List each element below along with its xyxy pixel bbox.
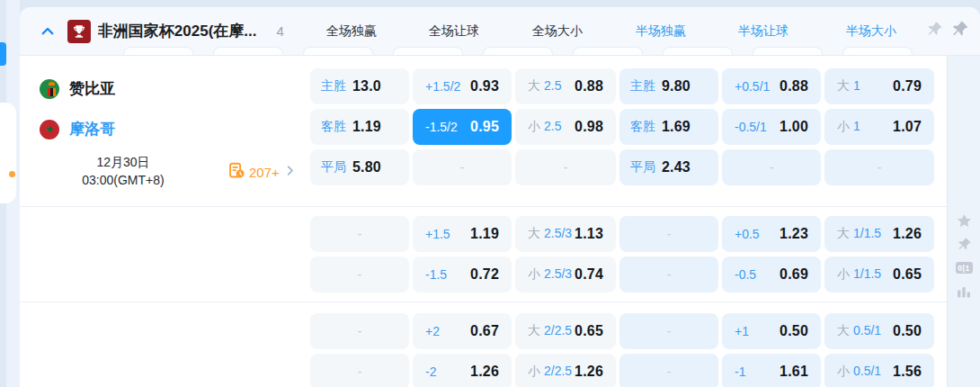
adjacent-card-edge xyxy=(0,103,16,203)
tool-rail: 0|1 xyxy=(947,56,980,387)
odds-cell-empty: - xyxy=(619,216,718,252)
info-spacer xyxy=(20,313,310,387)
odds-cell[interactable]: +0.5/10.88 xyxy=(722,68,821,104)
zambia-flag-icon xyxy=(40,79,59,99)
chevron-right-icon[interactable] xyxy=(283,164,297,181)
odds-cell[interactable]: +1.51.19 xyxy=(413,216,512,252)
odds-cell[interactable]: 主胜9.80 xyxy=(619,68,718,104)
odds-cell-empty: - xyxy=(310,256,409,292)
odds-rows-alt-1: -+1.51.19大2.5/31.13-+0.51.23大1/1.51.26--… xyxy=(310,216,934,292)
odds-cell-empty: - xyxy=(310,313,409,349)
match-meta-row: 12月30日 03:00(GMT+8) 207+ xyxy=(20,149,310,194)
more-markets-link[interactable]: 207+ xyxy=(228,162,297,183)
odds-cell[interactable]: 小2/2.51.26 xyxy=(515,354,616,387)
odds-cell[interactable]: -0.5/11.00 xyxy=(722,109,821,145)
score-toggle-icon[interactable]: 0|1 xyxy=(955,260,973,275)
info-spacer xyxy=(20,216,310,292)
odds-cell[interactable]: 大1/1.51.26 xyxy=(824,216,934,252)
tab-half-time-1x2[interactable]: 半场独赢 xyxy=(611,23,710,40)
odds-cell-empty: - xyxy=(310,354,409,387)
market-tabs: 全场独赢 全场让球 全场大小 半场独赢 半场让球 半场大小 xyxy=(302,23,926,40)
odds-cell[interactable]: 小2.5/30.74 xyxy=(515,256,616,292)
tab-half-time-handicap[interactable]: 半场让球 xyxy=(714,23,813,40)
stats-bar-chart-icon[interactable] xyxy=(955,284,973,299)
match-datetime: 12月30日 03:00(GMT+8) xyxy=(47,154,200,189)
home-team-name[interactable]: 赞比亚 xyxy=(69,78,115,99)
away-team-row[interactable]: ★ 摩洛哥 xyxy=(20,109,310,149)
odds-cell[interactable]: 大2.5/31.13 xyxy=(515,216,616,252)
away-team-name[interactable]: 摩洛哥 xyxy=(69,119,115,140)
odds-cell[interactable]: 客胜1.19 xyxy=(310,109,409,145)
morocco-flag-icon: ★ xyxy=(40,120,59,140)
odds-cell[interactable]: 小11.07 xyxy=(824,109,934,145)
card-body: 赞比亚 ★ 摩洛哥 12月30日 03:00(GMT+8) xyxy=(20,56,980,387)
odds-cell-empty: - xyxy=(824,149,934,185)
league-match-count: 4 xyxy=(269,23,291,39)
odds-cell[interactable]: 小0.5/11.56 xyxy=(824,354,934,387)
odds-row: 主胜13.0+1.5/20.93大2.50.88主胜9.80+0.5/10.88… xyxy=(310,68,934,104)
odds-group-alt-lines-1: -+1.51.19大2.5/31.13-+0.51.23大1/1.51.26--… xyxy=(20,207,947,302)
odds-row: --21.26小2/2.51.26--11.61小0.5/11.56 xyxy=(310,354,934,387)
odds-cell[interactable]: +1.5/20.93 xyxy=(413,68,512,104)
odds-cell-selected[interactable]: -1.5/20.95 xyxy=(413,109,512,145)
odds-cell-empty: - xyxy=(310,216,409,252)
odds-cell[interactable]: 大0.5/10.50 xyxy=(824,313,934,349)
collapse-chevron-up-icon[interactable] xyxy=(38,21,58,42)
match-date: 12月30日 xyxy=(47,154,200,172)
match-info[interactable]: 赞比亚 ★ 摩洛哥 12月30日 03:00(GMT+8) xyxy=(20,68,310,194)
odds-cell[interactable]: -21.26 xyxy=(413,354,512,387)
odds-table: 赞比亚 ★ 摩洛哥 12月30日 03:00(GMT+8) xyxy=(20,56,947,387)
score-badge: 0|1 xyxy=(956,262,973,274)
league-trophy-icon xyxy=(67,20,91,43)
home-team-row[interactable]: 赞比亚 xyxy=(20,68,310,109)
odds-rows-main: 主胜13.0+1.5/20.93大2.50.88主胜9.80+0.5/10.88… xyxy=(310,68,934,194)
odds-cell[interactable]: -11.61 xyxy=(722,354,821,387)
scroll-indicator-bar xyxy=(0,42,6,66)
odds-cell[interactable]: 平局5.80 xyxy=(310,149,409,185)
tab-full-time-handicap[interactable]: 全场让球 xyxy=(405,23,503,40)
odds-cell-empty: - xyxy=(413,149,512,185)
league-header: 非洲国家杯2025(在摩... 4 全场独赢 全场让球 全场大小 半场独赢 半场… xyxy=(20,7,980,56)
tab-full-time-over-under[interactable]: 全场大小 xyxy=(507,23,608,40)
odds-rows-alt-2: -+20.67大2/2.50.65-+10.50大0.5/10.50--21.2… xyxy=(310,313,934,387)
odds-cell-empty: - xyxy=(722,149,821,185)
odds-cell[interactable]: 大10.79 xyxy=(824,68,934,104)
odds-row: 客胜1.19-1.5/20.95小2.50.98客胜1.69-0.5/11.00… xyxy=(310,109,934,145)
odds-cell[interactable]: 客胜1.69 xyxy=(619,109,718,145)
markets-count[interactable]: 207+ xyxy=(249,165,280,180)
odds-group-main: 赞比亚 ★ 摩洛哥 12月30日 03:00(GMT+8) xyxy=(20,56,947,207)
match-time: 03:00(GMT+8) xyxy=(47,172,200,190)
odds-cell-empty: - xyxy=(619,313,718,349)
odds-row: -+1.51.19大2.5/31.13-+0.51.23大1/1.51.26 xyxy=(310,216,934,252)
tab-full-time-1x2[interactable]: 全场独赢 xyxy=(302,23,401,40)
tab-half-time-over-under[interactable]: 半场大小 xyxy=(816,23,926,40)
scrolled-cells-edge xyxy=(123,47,959,55)
league-card: 非洲国家杯2025(在摩... 4 全场独赢 全场让球 全场大小 半场独赢 半场… xyxy=(20,7,980,387)
odds-cell[interactable]: +0.51.23 xyxy=(722,216,821,252)
odds-cell[interactable]: -0.50.69 xyxy=(722,256,821,292)
odds-group-alt-lines-2: -+20.67大2/2.50.65-+10.50大0.5/10.50--21.2… xyxy=(20,302,947,387)
pushpin-filled-icon[interactable] xyxy=(950,20,969,42)
league-title[interactable]: 非洲国家杯2025(在摩... xyxy=(98,21,269,41)
odds-cell[interactable]: +10.50 xyxy=(722,313,821,349)
odds-cell-empty: - xyxy=(619,354,718,387)
odds-cell[interactable]: 主胜13.0 xyxy=(310,68,409,104)
odds-cell[interactable]: -1.50.72 xyxy=(413,256,512,292)
favorite-star-icon[interactable] xyxy=(955,213,973,229)
pin-match-icon[interactable] xyxy=(955,237,973,252)
odds-cell[interactable]: 大2/2.50.65 xyxy=(515,313,616,349)
odds-cell[interactable]: 小1/1.50.65 xyxy=(824,256,934,292)
odds-cell-empty: - xyxy=(515,149,616,185)
pushpin-icon[interactable] xyxy=(926,21,943,41)
odds-row: -+20.67大2/2.50.65-+10.50大0.5/10.50 xyxy=(310,313,934,349)
header-pins xyxy=(926,20,980,42)
odds-cell[interactable]: 大2.50.88 xyxy=(515,68,616,104)
odds-cell-empty: - xyxy=(619,256,718,292)
odds-cell[interactable]: 平局2.43 xyxy=(619,149,718,185)
odds-cell[interactable]: +20.67 xyxy=(413,313,512,349)
odds-board: 非洲国家杯2025(在摩... 4 全场独赢 全场让球 全场大小 半场独赢 半场… xyxy=(0,0,980,387)
odds-cell[interactable]: 小2.50.98 xyxy=(515,109,616,145)
odds-row: --1.50.72小2.5/30.74--0.50.69小1/1.50.65 xyxy=(310,256,934,292)
adjacent-card-dot xyxy=(9,171,15,177)
markets-doc-clock-icon xyxy=(228,162,245,183)
